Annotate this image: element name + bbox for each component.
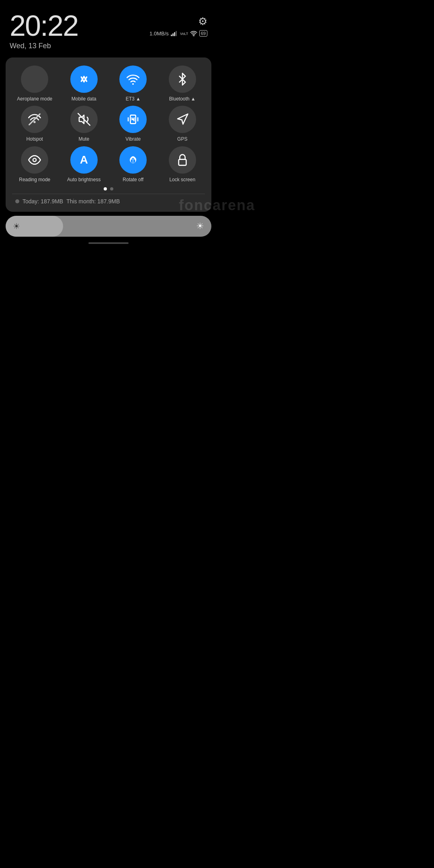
auto-brightness-toggle[interactable]: A Auto brightness [61,146,107,182]
gps-circle [169,106,196,133]
rotate-toggle[interactable]: Rotate off [111,146,156,182]
page-dot-2 [110,187,113,190]
svg-point-14 [33,158,36,162]
bluetooth-circle [169,66,196,93]
hotspot-icon [28,113,41,126]
volte-icon: VoLTE [180,31,188,36]
brightness-slider[interactable]: ☀ ☀ [6,216,211,237]
svg-text:VoLTE: VoLTE [180,32,188,36]
brightness-high-icon: ☀ [196,221,204,231]
wifi-circle [119,66,147,93]
rotate-label: Rotate off [123,177,143,182]
gps-toggle[interactable]: GPS [160,106,205,142]
mute-label: Mute [78,136,89,142]
time-block: 20:22 Wed, 13 Feb [10,11,78,50]
aeroplane-circle [21,66,48,93]
svg-point-5 [193,35,194,36]
hotspot-label: Hotspot [27,136,43,142]
gps-label: GPS [177,136,187,142]
signal-icon [171,31,178,36]
page-indicators [12,187,205,190]
eye-icon [28,154,41,166]
reading-mode-toggle[interactable]: Reading mode [12,146,57,182]
lock-circle [169,146,196,174]
hotspot-circle [21,106,48,133]
reading-label: Reading mode [19,177,50,182]
vibrate-circle [119,106,147,133]
bluetooth-toggle[interactable]: Bluetooth ▲ [160,66,205,102]
mute-toggle[interactable]: Mute [61,106,107,142]
clock: 20:22 [10,11,78,40]
aeroplane-toggle[interactable]: Aeroplane mode [12,66,57,102]
home-indicator[interactable] [88,242,129,244]
mute-icon [78,113,90,126]
mobile-data-toggle[interactable]: Mobile data [61,66,107,102]
wifi-label: ET3 ▲ [126,96,141,102]
svg-rect-2 [174,32,175,36]
battery-display: 69 [199,30,207,37]
quick-settings-panel: Aeroplane mode Mobile data [6,57,211,212]
mute-circle [70,106,98,133]
lock-screen-label: Lock screen [169,177,195,182]
status-right: ⚙ 1.0MB/s VoLTE 69 [149,11,207,37]
auto-brightness-icon: A [80,154,88,166]
wifi-icon [127,73,139,86]
bluetooth-label: Bluetooth ▲ [169,96,196,102]
svg-rect-3 [176,31,177,36]
data-usage-bar: Today: 187.9MB This month: 187.9MB [12,194,205,205]
status-bar: 20:22 Wed, 13 Feb ⚙ 1.0MB/s VoLTE [0,0,217,53]
rotate-circle [119,146,147,174]
status-icons: 1.0MB/s VoLTE 69 [149,30,207,37]
month-usage: This month: 187.9MB [66,198,120,205]
toggle-grid: Aeroplane mode Mobile data [12,66,205,182]
reading-circle [21,146,48,174]
brightness-low-icon: ☀ [13,221,20,231]
vibrate-icon [127,113,139,126]
settings-icon[interactable]: ⚙ [198,15,207,28]
gps-icon [176,113,189,126]
bluetooth-icon [176,73,189,86]
svg-point-6 [132,83,134,85]
wifi-status-icon [190,31,197,36]
speed-indicator: 1.0MB/s [149,31,169,37]
mobile-data-icon [78,73,90,86]
page-dot-1 [104,187,107,190]
vibrate-label: Vibrate [125,136,141,142]
auto-brightness-circle: A [70,146,98,174]
plane-icon [28,73,41,86]
svg-point-18 [133,160,134,162]
mobile-data-label: Mobile data [72,96,96,102]
lock-icon [176,154,189,166]
svg-point-7 [34,121,36,123]
today-usage: Today: 187.9MB [23,198,63,205]
hotspot-toggle[interactable]: Hotspot [12,106,57,142]
aeroplane-label: Aeroplane mode [17,96,52,102]
rotate-icon [127,154,139,166]
svg-rect-0 [171,35,172,36]
lock-screen-toggle[interactable]: Lock screen [160,146,205,182]
auto-brightness-label: Auto brightness [67,177,100,182]
wifi-toggle[interactable]: ET3 ▲ [111,66,156,102]
svg-rect-19 [178,159,186,165]
svg-rect-1 [172,33,174,36]
vibrate-toggle[interactable]: Vibrate [111,106,156,142]
svg-marker-13 [178,114,188,124]
data-usage-dot [15,199,19,203]
mobile-data-circle [70,66,98,93]
date: Wed, 13 Feb [10,42,78,50]
